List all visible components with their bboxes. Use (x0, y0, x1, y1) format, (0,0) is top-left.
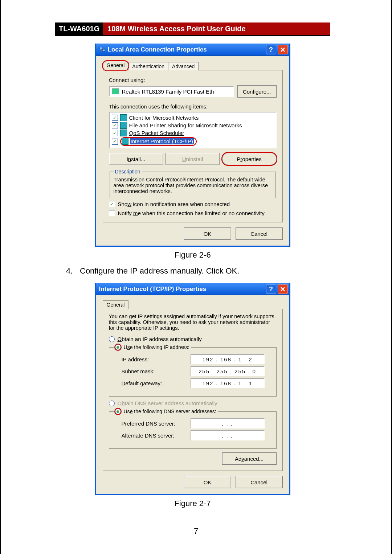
checkbox-icon[interactable]: ✓ (112, 139, 118, 145)
list-item[interactable]: ✓ File and Printer Sharing for Microsoft… (112, 122, 274, 129)
uninstall-button: Uninstall (166, 153, 220, 165)
help-button[interactable]: ? (266, 284, 276, 294)
gateway-input[interactable]: 192 . 168 . 1 . 1 (191, 378, 265, 388)
radio-static-ip[interactable] (115, 344, 121, 350)
tab-general[interactable]: General (103, 61, 129, 70)
tab-authentication[interactable]: Authentication (128, 62, 168, 70)
ip-input[interactable]: 192 . 168 . 1 . 2 (191, 354, 265, 364)
adapter-name: Realtek RTL8139 Family PCI Fast Eth (122, 89, 214, 95)
checkbox-icon[interactable]: ✓ (112, 130, 118, 136)
ok-button[interactable]: OK (184, 476, 231, 488)
model-label: TL-WA601G (55, 22, 103, 35)
tab-general[interactable]: General (103, 300, 129, 309)
items-list[interactable]: ✓ Client for Microsoft Networks ✓ File a… (109, 112, 277, 148)
list-item[interactable]: ✓ Internet Protocol (TCP/IP) (112, 137, 274, 146)
component-icon (120, 114, 127, 121)
window-title: Internet Protocol (TCP/IP) Properties (99, 286, 265, 293)
adapter-field[interactable]: Realtek RTL8139 Family PCI Fast Eth (109, 86, 234, 97)
instruction-step: 4. Configure the IP address manually. Cl… (55, 266, 330, 276)
title-bar[interactable]: Local Area Connection Properties ? (96, 44, 289, 56)
network-icon (99, 46, 106, 53)
tab-advanced[interactable]: Advanced (168, 62, 199, 70)
guide-title: 108M Wireless Access Point User Guide (103, 22, 330, 35)
checkbox-icon[interactable]: ✓ (112, 115, 118, 121)
cancel-button[interactable]: Cancel (236, 227, 283, 240)
gateway-label: Default gateway: (122, 380, 191, 386)
component-icon (120, 130, 127, 136)
intro-text: You can get IP settings assigned automat… (109, 313, 277, 331)
notify-checkbox[interactable]: ✓ Notify me when this connection has lim… (109, 210, 277, 216)
advanced-button[interactable]: Advanced... (222, 452, 277, 465)
svg-rect-0 (100, 47, 102, 49)
radio-icon (109, 336, 115, 342)
description-text: Transmission Control Protocol/Internet P… (114, 177, 272, 194)
connect-using-label: Connect using: (109, 77, 277, 83)
title-bar[interactable]: Internet Protocol (TCP/IP) Properties ? (96, 283, 289, 295)
figure-caption: Figure 2-6 (55, 250, 330, 260)
show-icon-checkbox[interactable]: ✓ Show icon in notification area when co… (109, 201, 277, 207)
description-label: Description (114, 169, 142, 175)
static-dns-group: Use the following DNS server addresses: … (109, 409, 277, 449)
help-button[interactable]: ? (266, 45, 276, 54)
alt-dns-input[interactable]: . . . (191, 430, 265, 440)
ok-button[interactable]: OK (184, 227, 231, 240)
radio-auto-ip[interactable]: Obtain an IP address automatically (109, 336, 277, 342)
close-button[interactable] (278, 45, 288, 54)
items-label: This connection uses the following items… (109, 103, 277, 110)
configure-button[interactable]: Configure... (237, 85, 277, 98)
checkbox-icon[interactable]: ✓ (112, 122, 118, 128)
radio-static-dns[interactable] (115, 409, 121, 414)
page-header: TL-WA601G 108M Wireless Access Point Use… (55, 22, 330, 36)
subnet-input[interactable]: 255 . 255 . 255 . 0 (191, 366, 265, 376)
pref-dns-input[interactable]: . . . (191, 418, 265, 428)
window-title: Local Area Connection Properties (108, 46, 265, 53)
mask-label: Subnet mask: (122, 368, 191, 374)
tcpip-properties-dialog: Internet Protocol (TCP/IP) Properties ? … (95, 283, 290, 495)
tab-strip: General Authentication Advanced (103, 61, 283, 70)
alt-dns-label: Alternate DNS server: (122, 432, 191, 439)
component-icon (122, 138, 128, 145)
static-ip-group: Use the following IP address: IP address… (109, 344, 277, 397)
description-group: Description Transmission Control Protoco… (110, 169, 276, 198)
pref-dns-label: Preferred DNS server: (122, 420, 191, 427)
cancel-button[interactable]: Cancel (236, 476, 283, 488)
install-button[interactable]: Install... (109, 153, 163, 165)
list-item[interactable]: ✓ Client for Microsoft Networks (112, 114, 274, 122)
radio-icon (109, 401, 115, 406)
radio-auto-dns: Obtain DNS server address automatically (109, 400, 277, 406)
list-item[interactable]: ✓ QoS Packet Scheduler (112, 129, 274, 137)
nic-icon (112, 89, 119, 94)
properties-button[interactable]: Properties (222, 153, 277, 165)
selected-item-highlight: Internet Protocol (TCP/IP) (120, 137, 197, 146)
close-button[interactable] (278, 284, 288, 294)
ip-label: IP address: (122, 356, 191, 362)
figure-caption: Figure 2-7 (55, 499, 330, 508)
page-number: 7 (194, 526, 198, 536)
component-icon (120, 122, 127, 129)
lan-properties-dialog: Local Area Connection Properties ? Gener… (95, 44, 290, 247)
